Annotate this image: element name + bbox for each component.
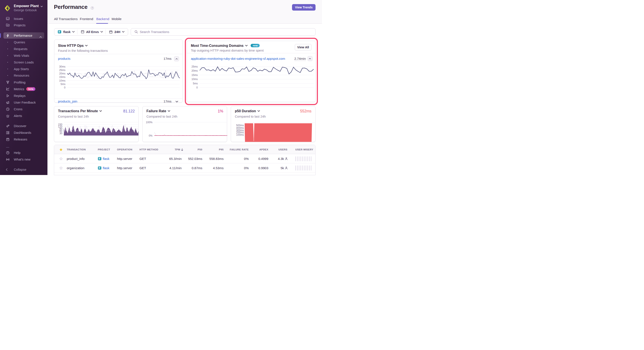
svg-text:15ms: 15ms [192,74,198,77]
svg-text:5ms: 5ms [193,82,198,85]
svg-text:5ms: 5ms [60,83,65,86]
svg-text:30ms: 30ms [59,65,65,68]
svg-text:0: 0 [64,86,65,89]
svg-text:0%: 0% [149,134,153,137]
svg-text:0: 0 [196,86,198,89]
svg-text:10ms: 10ms [192,78,198,81]
svg-text:25ms: 25ms [59,69,65,72]
svg-text:20ms: 20ms [192,69,198,72]
svg-text:15ms: 15ms [59,76,65,79]
svg-text:25ms: 25ms [192,65,198,68]
svg-text:10ms: 10ms [59,79,65,82]
svg-text:100%: 100% [146,121,152,124]
svg-text:100ms: 100ms [236,133,244,136]
svg-text:30: 30 [60,132,62,135]
svg-text:20ms: 20ms [59,72,65,75]
